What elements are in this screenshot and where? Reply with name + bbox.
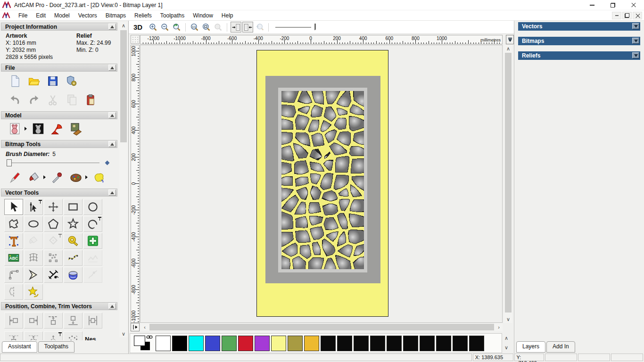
rollup-button[interactable] [108, 65, 116, 71]
color-swatch-14[interactable] [387, 336, 402, 351]
color-swatch-8[interactable] [288, 336, 303, 351]
zoom-1to1-button[interactable]: 1:1 [189, 22, 200, 33]
drawing-canvas[interactable] [140, 45, 503, 323]
new-model-button[interactable] [6, 73, 25, 89]
fillet-tool-button[interactable] [4, 267, 23, 283]
measure-button[interactable] [64, 233, 83, 249]
zoom-in-button[interactable] [148, 22, 158, 33]
transform-vectors-button[interactable] [44, 199, 63, 215]
scrollbar-thumb[interactable] [505, 53, 512, 313]
model-options-button[interactable] [62, 73, 81, 89]
zoom-slider[interactable] [275, 23, 316, 32]
menu-reliefs[interactable]: Reliefs [130, 11, 156, 20]
rollup-button[interactable] [108, 141, 116, 147]
color-swatch-7[interactable] [271, 336, 286, 351]
snap-grid-button[interactable] [83, 233, 102, 249]
mdi-restore-button[interactable] [622, 12, 632, 19]
tab-layers[interactable]: Layers [516, 341, 545, 353]
zoom-objects-button[interactable] [201, 22, 212, 33]
rollup-button[interactable] [108, 24, 116, 30]
redo-button[interactable] [25, 92, 43, 108]
color-swatch-19[interactable] [469, 336, 484, 351]
tab-assistant[interactable]: Assistant [2, 341, 37, 353]
color-swatch-12[interactable] [354, 336, 369, 351]
scroll-down-icon[interactable]: ∨ [502, 343, 511, 352]
texture-flow-button[interactable] [90, 169, 108, 185]
color-swatch-1[interactable] [172, 336, 187, 351]
panel-header-reliefs[interactable]: Reliefs [518, 51, 640, 60]
scroll-up-icon[interactable]: ∧ [502, 333, 511, 343]
color-swatch-4[interactable] [222, 336, 237, 351]
align-top-button[interactable] [44, 313, 63, 329]
join-vectors-button[interactable] [83, 267, 102, 283]
paste-along-curve-button[interactable] [64, 250, 83, 266]
create-polyline-button[interactable] [4, 216, 23, 232]
color-swatch-15[interactable] [403, 336, 418, 351]
color-swatch-2[interactable] [189, 336, 204, 351]
expand-button[interactable] [632, 38, 639, 44]
section-header-model[interactable]: Model [1, 111, 117, 119]
scrollbar-thumb[interactable] [120, 30, 127, 142]
zoom-previous-button[interactable] [171, 22, 182, 33]
node-editing-button[interactable] [24, 199, 43, 215]
section-header-project-information[interactable]: Project Information [1, 23, 117, 31]
zoom-back-button[interactable] [254, 22, 265, 33]
flood-fill-button[interactable] [25, 169, 43, 185]
color-swatch-6[interactable] [255, 336, 270, 351]
menu-edit[interactable]: Edit [32, 11, 50, 20]
color-swatch-10[interactable] [321, 336, 336, 351]
spin-relief-button[interactable] [64, 267, 83, 283]
lighting-button[interactable] [48, 121, 66, 137]
select-vectors-button[interactable] [4, 199, 23, 215]
palette-scrollbar[interactable]: ∧ ∨ [502, 333, 511, 353]
toggle-side-panel-button[interactable] [242, 22, 253, 33]
scrollbar-thumb[interactable] [149, 324, 494, 330]
color-swatch-13[interactable] [370, 336, 385, 351]
color-swatch-3[interactable] [205, 336, 220, 351]
scroll-down-icon[interactable]: ∨ [504, 315, 512, 323]
rollup-button[interactable] [108, 303, 116, 309]
nesting-button[interactable]: Nes [83, 331, 98, 340]
link-colours-icon[interactable] [146, 335, 153, 339]
create-ellipse-button[interactable] [24, 216, 43, 232]
color-swatch-0[interactable] [156, 336, 171, 351]
menu-toolpaths[interactable]: Toolpaths [156, 11, 189, 20]
colour-picker-button[interactable] [48, 169, 66, 185]
ruler-corner-box[interactable] [131, 35, 140, 44]
set-model-size-flyout-arrow[interactable] [25, 121, 29, 137]
section-header-position-combine-trim[interactable]: Position, Combine, Trim Vectors [1, 302, 117, 310]
align-centre-button[interactable] [83, 313, 102, 329]
mdi-close-button[interactable] [633, 12, 642, 19]
door-artwork[interactable] [256, 50, 388, 317]
align-left-button[interactable] [4, 313, 23, 329]
brush-diameter-slider-track[interactable] [7, 163, 99, 163]
block-paste-button[interactable] [44, 250, 63, 266]
open-model-button[interactable] [25, 73, 43, 89]
toggle-assistant-panel-button[interactable] [231, 22, 241, 33]
color-swatch-11[interactable] [337, 336, 352, 351]
panel-header-bitmaps[interactable]: Bitmaps [518, 37, 640, 45]
offset-vectors-button[interactable] [44, 233, 63, 249]
palette-flyout-arrow[interactable] [85, 169, 90, 185]
brush-diameter-slider-handle[interactable] [7, 159, 12, 166]
move-to-sheet-b-button[interactable] [24, 331, 43, 340]
rollup-button[interactable] [108, 189, 116, 196]
ruler-toggle-button[interactable] [131, 323, 140, 331]
save-model-button[interactable] [43, 73, 62, 89]
menu-vectors[interactable]: Vectors [74, 11, 101, 20]
move-to-sheet-c-button[interactable] [44, 331, 63, 340]
create-circle-button[interactable] [83, 199, 102, 215]
zoom-out-button[interactable] [159, 22, 170, 33]
flood-fill-flyout-arrow[interactable] [43, 169, 48, 185]
minimize-button[interactable] [582, 0, 603, 10]
trim-vectors-button[interactable] [44, 267, 63, 283]
palette-button[interactable] [66, 169, 85, 185]
menu-file[interactable]: File [14, 11, 32, 20]
cut-button[interactable] [43, 92, 62, 108]
panel-header-vectors[interactable]: Vectors [518, 22, 640, 31]
section-header-vector-tools[interactable]: Vector Tools [1, 189, 117, 197]
greyscale-view-button[interactable] [29, 121, 48, 137]
menu-bitmaps[interactable]: Bitmaps [101, 11, 130, 20]
arrow-vector-button[interactable] [24, 267, 43, 283]
notes-button[interactable] [81, 92, 100, 108]
